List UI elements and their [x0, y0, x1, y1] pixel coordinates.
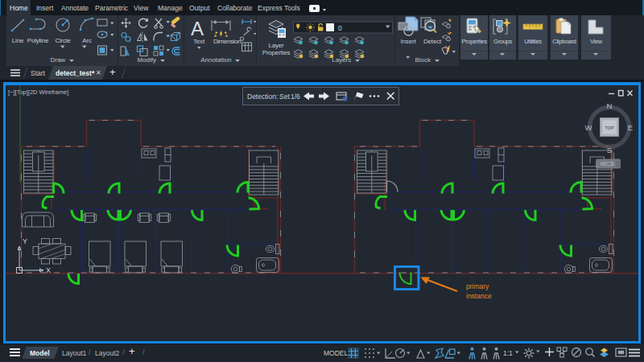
svg-text:TOP: TOP [605, 125, 614, 130]
svg-text:Y: Y [23, 237, 27, 245]
svg-text:primary: primary [466, 282, 489, 290]
svg-text:instance: instance [466, 292, 492, 300]
svg-text:W: W [585, 123, 592, 132]
svg-text:S: S [607, 146, 612, 154]
svg-text:WCS: WCS [601, 160, 615, 167]
svg-text:N: N [607, 101, 613, 110]
svg-text:X: X [46, 266, 51, 274]
svg-text:E: E [628, 123, 633, 132]
